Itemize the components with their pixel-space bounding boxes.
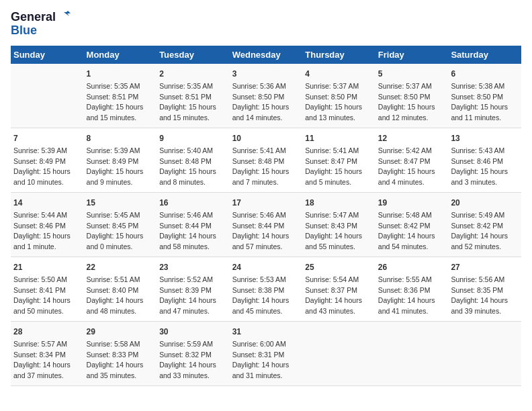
day-info-line: Sunrise: 5:37 AM: [378, 81, 446, 92]
day-number: 10: [232, 132, 300, 144]
day-info-line: Daylight: 15 hours: [159, 102, 227, 113]
day-info-line: Daylight: 14 hours: [13, 360, 81, 371]
day-info-line: Sunset: 8:47 PM: [378, 156, 446, 167]
day-info-line: Daylight: 14 hours: [305, 231, 373, 242]
day-info-line: Sunset: 8:51 PM: [87, 92, 154, 103]
day-number: 15: [87, 197, 154, 209]
day-info-line: and 14 minutes.: [232, 113, 300, 124]
day-number: 25: [305, 261, 373, 273]
day-cell: 6Sunrise: 5:38 AMSunset: 8:50 PMDaylight…: [448, 64, 521, 128]
day-cell: [11, 64, 84, 128]
day-info-line: Sunset: 8:31 PM: [232, 350, 300, 361]
day-info-line: Sunset: 8:46 PM: [13, 221, 81, 232]
day-info-line: Sunset: 8:50 PM: [305, 92, 373, 103]
day-cell: 13Sunrise: 5:43 AMSunset: 8:46 PMDayligh…: [448, 128, 521, 192]
day-info-line: Sunrise: 5:40 AM: [159, 146, 227, 156]
week-row-2: 7Sunrise: 5:39 AMSunset: 8:49 PMDaylight…: [11, 128, 521, 192]
day-number: 18: [305, 197, 373, 209]
column-header-tuesday: Tuesday: [157, 46, 230, 64]
day-info-line: Daylight: 14 hours: [87, 295, 154, 306]
day-cell: 27Sunrise: 5:56 AMSunset: 8:35 PMDayligh…: [448, 257, 521, 321]
day-number: 13: [451, 132, 519, 144]
day-info-line: and 3 minutes.: [451, 177, 519, 188]
day-number: 5: [378, 68, 446, 80]
day-info-line: Daylight: 15 hours: [232, 102, 300, 113]
day-info-line: Sunset: 8:49 PM: [13, 156, 81, 167]
day-info-line: Sunrise: 6:00 AM: [232, 339, 300, 350]
day-info-line: and 48 minutes.: [87, 306, 154, 317]
day-info-line: and 31 minutes.: [232, 371, 300, 381]
day-number: 19: [378, 197, 446, 209]
day-info-line: and 4 minutes.: [378, 177, 446, 188]
header-row: SundayMondayTuesdayWednesdayThursdayFrid…: [11, 46, 521, 64]
day-info-line: Daylight: 14 hours: [159, 231, 227, 242]
day-info-line: Daylight: 14 hours: [87, 360, 154, 371]
logo-bird-icon: [57, 11, 71, 24]
day-info-line: Daylight: 14 hours: [232, 231, 300, 242]
day-info-line: Sunset: 8:40 PM: [87, 285, 154, 296]
day-info-line: Sunrise: 5:55 AM: [378, 275, 446, 285]
day-info-line: Sunset: 8:39 PM: [159, 285, 227, 296]
day-info-line: Daylight: 14 hours: [305, 295, 373, 306]
logo-blue: Blue: [11, 24, 37, 38]
day-cell: 11Sunrise: 5:41 AMSunset: 8:47 PMDayligh…: [302, 128, 375, 192]
day-cell: 17Sunrise: 5:46 AMSunset: 8:44 PMDayligh…: [230, 192, 303, 257]
logo-graphic: General Blue: [11, 11, 71, 38]
day-info-line: and 1 minute.: [13, 242, 81, 253]
day-info-line: Daylight: 15 hours: [13, 231, 81, 242]
day-info-line: Sunset: 8:44 PM: [159, 221, 227, 232]
day-info-line: Daylight: 14 hours: [451, 295, 519, 306]
day-info-line: Sunset: 8:43 PM: [305, 221, 373, 232]
day-cell: 3Sunrise: 5:36 AMSunset: 8:50 PMDaylight…: [230, 64, 303, 128]
day-cell: 1Sunrise: 5:35 AMSunset: 8:51 PMDaylight…: [84, 64, 157, 128]
day-cell: 28Sunrise: 5:57 AMSunset: 8:34 PMDayligh…: [11, 321, 84, 385]
day-info-line: and 43 minutes.: [305, 306, 373, 317]
day-cell: 22Sunrise: 5:51 AMSunset: 8:40 PMDayligh…: [84, 257, 157, 321]
day-number: 17: [232, 197, 300, 209]
day-cell: 5Sunrise: 5:37 AMSunset: 8:50 PMDaylight…: [375, 64, 449, 128]
week-row-5: 28Sunrise: 5:57 AMSunset: 8:34 PMDayligh…: [11, 321, 521, 385]
day-info-line: Sunrise: 5:54 AM: [305, 275, 373, 285]
day-cell: 31Sunrise: 6:00 AMSunset: 8:31 PMDayligh…: [230, 321, 303, 385]
day-info-line: and 0 minutes.: [87, 242, 154, 253]
day-info-line: Sunset: 8:50 PM: [232, 92, 300, 103]
day-info-line: Sunrise: 5:59 AM: [159, 339, 227, 350]
day-info-line: Sunrise: 5:44 AM: [13, 210, 81, 221]
day-cell: 29Sunrise: 5:58 AMSunset: 8:33 PMDayligh…: [84, 321, 157, 385]
week-row-1: 1Sunrise: 5:35 AMSunset: 8:51 PMDaylight…: [11, 64, 521, 128]
day-cell: 30Sunrise: 5:59 AMSunset: 8:32 PMDayligh…: [157, 321, 230, 385]
day-number: 27: [451, 261, 519, 273]
day-info-line: Sunrise: 5:36 AM: [232, 81, 300, 92]
day-info-line: Daylight: 14 hours: [378, 231, 446, 242]
day-info-line: Sunset: 8:37 PM: [305, 285, 373, 296]
day-cell: 15Sunrise: 5:45 AMSunset: 8:45 PMDayligh…: [84, 192, 157, 257]
column-header-saturday: Saturday: [448, 46, 521, 64]
day-info-line: Sunset: 8:44 PM: [232, 221, 300, 232]
day-number: 14: [13, 197, 81, 209]
day-info-line: and 15 minutes.: [159, 113, 227, 124]
day-info-line: Daylight: 15 hours: [305, 102, 373, 113]
day-info-line: Daylight: 15 hours: [451, 167, 519, 177]
day-info-line: Sunrise: 5:58 AM: [87, 339, 154, 350]
day-info-line: and 9 minutes.: [87, 177, 154, 188]
week-row-4: 21Sunrise: 5:50 AMSunset: 8:41 PMDayligh…: [11, 257, 521, 321]
day-info-line: and 58 minutes.: [159, 242, 227, 253]
day-info-line: Daylight: 14 hours: [378, 295, 446, 306]
day-number: 12: [378, 132, 446, 144]
day-info-line: Sunset: 8:42 PM: [451, 221, 519, 232]
day-info-line: Sunset: 8:48 PM: [232, 156, 300, 167]
day-cell: 23Sunrise: 5:52 AMSunset: 8:39 PMDayligh…: [157, 257, 230, 321]
day-info-line: and 7 minutes.: [232, 177, 300, 188]
day-cell: [448, 321, 521, 385]
day-number: 11: [305, 132, 373, 144]
day-info-line: Daylight: 15 hours: [87, 231, 154, 242]
day-number: 30: [159, 326, 227, 338]
column-header-wednesday: Wednesday: [230, 46, 303, 64]
day-number: 1: [87, 68, 154, 80]
day-info-line: Sunrise: 5:41 AM: [232, 146, 300, 156]
day-info-line: Sunrise: 5:48 AM: [378, 210, 446, 221]
day-info-line: Daylight: 14 hours: [159, 295, 227, 306]
page-header: General Blue: [11, 11, 521, 38]
day-info-line: Sunset: 8:35 PM: [451, 285, 519, 296]
logo: General Blue: [11, 11, 71, 38]
